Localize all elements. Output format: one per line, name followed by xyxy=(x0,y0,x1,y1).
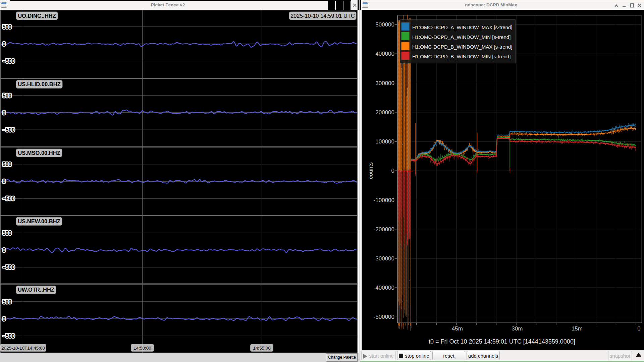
svg-text:H1:OMC-DCPD_B_WINDOW_MIN [s-tr: H1:OMC-DCPD_B_WINDOW_MIN [s-trend] xyxy=(412,54,511,59)
svg-text:-45m: -45m xyxy=(450,325,463,332)
svg-text:0: 0 xyxy=(3,316,6,322)
svg-text:US.NEW.00.BHZ: US.NEW.00.BHZ xyxy=(18,218,60,224)
svg-text:2025-10-10 14:59:01 UTC: 2025-10-10 14:59:01 UTC xyxy=(290,13,355,19)
svg-text:-15m: -15m xyxy=(570,325,583,332)
svg-text:−500: −500 xyxy=(3,264,15,270)
svg-text:H1:OMC-DCPD_B_WINDOW_MAX [s-tr: H1:OMC-DCPD_B_WINDOW_MAX [s-trend] xyxy=(412,44,512,50)
svg-text:-500000: -500000 xyxy=(374,314,394,320)
svg-text:500: 500 xyxy=(3,162,12,167)
svg-text:500: 500 xyxy=(3,93,12,99)
svg-text:-400000: -400000 xyxy=(374,285,394,291)
svg-text:0: 0 xyxy=(391,168,394,174)
svg-text:400000: 400000 xyxy=(375,51,394,57)
svg-text:500: 500 xyxy=(3,299,12,305)
svg-text:14:50:00: 14:50:00 xyxy=(133,346,151,351)
svg-text:0: 0 xyxy=(3,41,6,47)
svg-text:0: 0 xyxy=(3,247,6,253)
svg-text:t0 = Fri Oct 10 2025 14:59:01: t0 = Fri Oct 10 2025 14:59:01 UTC [14441… xyxy=(429,338,575,345)
svg-text:H1:OMC-DCPD_A_WINDOW_MAX [s-tr: H1:OMC-DCPD_A_WINDOW_MAX [s-trend] xyxy=(412,24,512,30)
svg-text:−500: −500 xyxy=(3,127,15,133)
svg-text:500: 500 xyxy=(3,24,12,30)
svg-text:500: 500 xyxy=(3,230,12,236)
svg-text:0: 0 xyxy=(637,325,640,332)
svg-text:-200000: -200000 xyxy=(374,226,394,233)
svg-text:-300000: -300000 xyxy=(374,255,394,262)
svg-text:14:55:00: 14:55:00 xyxy=(253,346,271,351)
svg-text:200000: 200000 xyxy=(375,109,394,116)
svg-text:500000: 500000 xyxy=(375,21,394,28)
svg-text:counts: counts xyxy=(368,162,374,179)
svg-text:-100000: -100000 xyxy=(374,197,394,203)
svg-text:300000: 300000 xyxy=(375,80,394,86)
svg-text:100000: 100000 xyxy=(375,138,394,145)
svg-text:US.HLID.00.BHZ: US.HLID.00.BHZ xyxy=(18,81,60,87)
svg-text:0: 0 xyxy=(3,179,6,184)
svg-text:−500: −500 xyxy=(3,196,15,201)
svg-text:US.MSO.00.HHZ: US.MSO.00.HHZ xyxy=(18,150,60,156)
svg-text:−500: −500 xyxy=(3,58,15,64)
svg-text:2025-10-10T14:45:00: 2025-10-10T14:45:00 xyxy=(1,346,45,351)
svg-text:H1:OMC-DCPD_A_WINDOW_MIN [s-tr: H1:OMC-DCPD_A_WINDOW_MIN [s-trend] xyxy=(412,34,511,40)
svg-text:UW.OTR..HHZ: UW.OTR..HHZ xyxy=(18,287,54,293)
svg-text:0: 0 xyxy=(3,110,6,116)
svg-text:−500: −500 xyxy=(3,333,15,339)
svg-text:-30m: -30m xyxy=(510,325,523,332)
svg-text:UO.DING..HHZ: UO.DING..HHZ xyxy=(18,13,56,19)
